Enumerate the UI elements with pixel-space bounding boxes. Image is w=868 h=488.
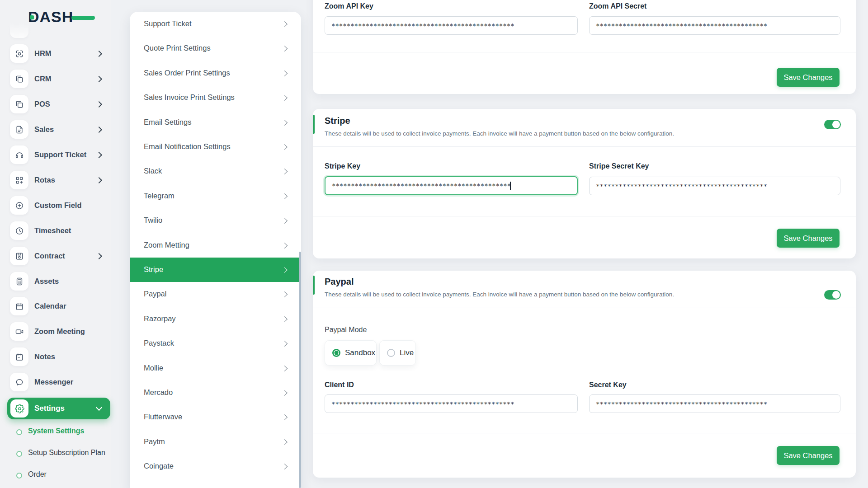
nav-item-label: Flutterwave bbox=[144, 413, 182, 421]
focus-icon bbox=[10, 44, 28, 63]
copy-icon bbox=[10, 70, 28, 88]
sidebar-subitem-setup-subscription-plan[interactable]: Setup Subscription Plan bbox=[0, 448, 111, 460]
stripe-enabled-toggle[interactable] bbox=[824, 120, 841, 129]
sidebar-item-notes[interactable]: Notes bbox=[0, 347, 111, 366]
paypal-mode-live-option[interactable]: Live bbox=[379, 340, 416, 366]
paypal-settings-card bbox=[313, 271, 856, 478]
settings-nav-item-telegram[interactable]: Telegram bbox=[130, 184, 301, 208]
sidebar-item-support-ticket[interactable]: Support Ticket bbox=[0, 145, 111, 164]
section-title: Paypal bbox=[325, 277, 354, 287]
app-sidebar: HRM CRM POS Sales Support Ticket Rotas C… bbox=[0, 0, 111, 488]
stripe-key-input[interactable] bbox=[325, 176, 578, 195]
stripe-secret-key-input[interactable] bbox=[589, 177, 840, 195]
sidebar-item-contract[interactable]: Contract bbox=[0, 247, 111, 266]
zoom-api-key-field bbox=[325, 16, 578, 35]
sidebar-item-label: Calendar bbox=[34, 302, 66, 310]
radio-label: Live bbox=[400, 348, 414, 357]
sidebar-item-label: CRM bbox=[34, 75, 52, 83]
chevron-right-icon bbox=[96, 51, 102, 57]
settings-nav-item-slack[interactable]: Slack bbox=[130, 159, 301, 183]
save-changes-button[interactable]: Save Changes bbox=[777, 68, 840, 87]
chevron-right-icon bbox=[96, 76, 102, 82]
settings-nav-item-paypal[interactable]: Paypal bbox=[130, 282, 301, 306]
field-label: Secret Key bbox=[589, 381, 627, 389]
sidebar-item-label: Support Ticket bbox=[34, 150, 86, 159]
section-description: These details will be used to collect in… bbox=[325, 291, 674, 298]
radio-unchecked-icon[interactable] bbox=[387, 349, 395, 357]
paypal-mode-sandbox-option[interactable]: Sandbox bbox=[325, 340, 377, 366]
sidebar-item-calendar[interactable]: Calendar bbox=[0, 297, 111, 316]
chevron-right-icon bbox=[282, 341, 288, 347]
paypal-client-id-input[interactable] bbox=[325, 394, 578, 413]
sidebar-item-messenger[interactable]: Messenger bbox=[0, 373, 111, 392]
sidebar-item-hrm[interactable]: HRM bbox=[0, 44, 111, 63]
sidebar-item-assets[interactable]: Assets bbox=[0, 272, 111, 291]
sidebar-item-crm[interactable]: CRM bbox=[0, 70, 111, 89]
radio-checked-icon[interactable] bbox=[332, 349, 340, 357]
chat-icon bbox=[10, 373, 28, 391]
settings-nav-item-paytm[interactable]: Paytm bbox=[130, 430, 301, 454]
sidebar-item-custom-field[interactable]: Custom Field bbox=[0, 196, 111, 215]
nav-item-label: Slack bbox=[144, 167, 162, 175]
settings-nav-item-support-ticket[interactable]: Support Ticket bbox=[130, 12, 301, 36]
nav-scrollbar-thumb[interactable] bbox=[299, 252, 301, 488]
nav-item-label: Zoom Metting bbox=[144, 241, 189, 249]
divider bbox=[313, 216, 856, 216]
settings-nav-item-mercado[interactable]: Mercado bbox=[130, 380, 301, 405]
settings-nav-item-flutterwave[interactable]: Flutterwave bbox=[130, 405, 301, 429]
sidebar-item-sales[interactable]: Sales bbox=[0, 120, 111, 139]
sidebar-item-pos[interactable]: POS bbox=[0, 95, 111, 114]
sidebar-subitem-label: Order bbox=[28, 470, 47, 479]
headphones-icon bbox=[10, 145, 28, 164]
chevron-right-icon bbox=[282, 218, 288, 224]
save-changes-button[interactable]: Save Changes bbox=[777, 229, 840, 248]
chevron-right-icon bbox=[282, 439, 288, 445]
bullet-icon bbox=[16, 429, 22, 435]
sidebar-item-rotas[interactable]: Rotas bbox=[0, 171, 111, 190]
nav-item-label: Paypal bbox=[144, 290, 166, 298]
settings-nav-item-mollie[interactable]: Mollie bbox=[130, 356, 301, 380]
sidebar-subitem-system-settings[interactable]: System Settings bbox=[0, 427, 111, 438]
file-icon bbox=[10, 120, 28, 139]
nav-item-label: Paytm bbox=[144, 437, 165, 446]
settings-nav-item-coingate[interactable]: Coingate bbox=[130, 454, 301, 479]
nav-item-label: Paystack bbox=[144, 339, 174, 347]
nav-item-label: Email Settings bbox=[144, 118, 191, 127]
zoom-api-secret-input[interactable] bbox=[589, 16, 840, 35]
settings-nav-item-twilio[interactable]: Twilio bbox=[130, 208, 301, 233]
paypal-secret-key-field bbox=[589, 394, 840, 413]
settings-nav-item-sales-invoice-print-settings[interactable]: Sales Invoice Print Settings bbox=[130, 85, 301, 110]
field-label: Zoom API Key bbox=[325, 2, 373, 10]
zoom-api-key-input[interactable] bbox=[325, 16, 578, 35]
sidebar-item-label: Sales bbox=[34, 125, 54, 134]
settings-nav-item-quote-print-settings[interactable]: Quote Print Settings bbox=[130, 36, 301, 61]
sidebar-item-timesheet[interactable]: Timesheet bbox=[0, 221, 111, 240]
settings-nav-item-email-settings[interactable]: Email Settings bbox=[130, 110, 301, 135]
app-logo[interactable]: DASH bbox=[28, 8, 91, 27]
save-changes-button[interactable]: Save Changes bbox=[777, 446, 840, 465]
settings-nav-item-stripe[interactable]: Stripe bbox=[130, 258, 301, 282]
partial-sidebar-icon bbox=[10, 19, 28, 38]
settings-nav-item-skrill[interactable]: Skrill bbox=[130, 484, 301, 488]
stripe-secret-key-field bbox=[589, 177, 840, 195]
nav-item-label: Sales Invoice Print Settings bbox=[144, 93, 235, 102]
settings-nav-item-razorpay[interactable]: Razorpay bbox=[130, 307, 301, 331]
paypal-secret-key-input[interactable] bbox=[589, 394, 840, 413]
logo-dot-accent bbox=[30, 15, 34, 19]
sidebar-item-label: Custom Field bbox=[34, 201, 82, 210]
settings-nav-item-email-notification-settings[interactable]: Email Notification Settings bbox=[130, 135, 301, 159]
divider bbox=[313, 146, 856, 147]
paypal-enabled-toggle[interactable] bbox=[824, 290, 841, 300]
sidebar-item-zoom-meeting[interactable]: Zoom Meeting bbox=[0, 322, 111, 341]
sidebar-item-settings[interactable]: Settings bbox=[7, 398, 110, 419]
chevron-down-icon bbox=[96, 404, 102, 411]
nav-item-label: Coingate bbox=[144, 462, 174, 470]
settings-nav-item-zoom-metting[interactable]: Zoom Metting bbox=[130, 233, 301, 258]
sidebar-subitem-order[interactable]: Order bbox=[0, 470, 111, 482]
settings-nav-item-paystack[interactable]: Paystack bbox=[130, 331, 301, 356]
chevron-right-icon bbox=[282, 70, 288, 76]
chevron-right-icon bbox=[282, 291, 288, 297]
chevron-right-icon bbox=[282, 366, 288, 371]
settings-nav-item-sales-order-print-settings[interactable]: Sales Order Print Settings bbox=[130, 61, 301, 85]
calendar-icon bbox=[10, 297, 28, 315]
